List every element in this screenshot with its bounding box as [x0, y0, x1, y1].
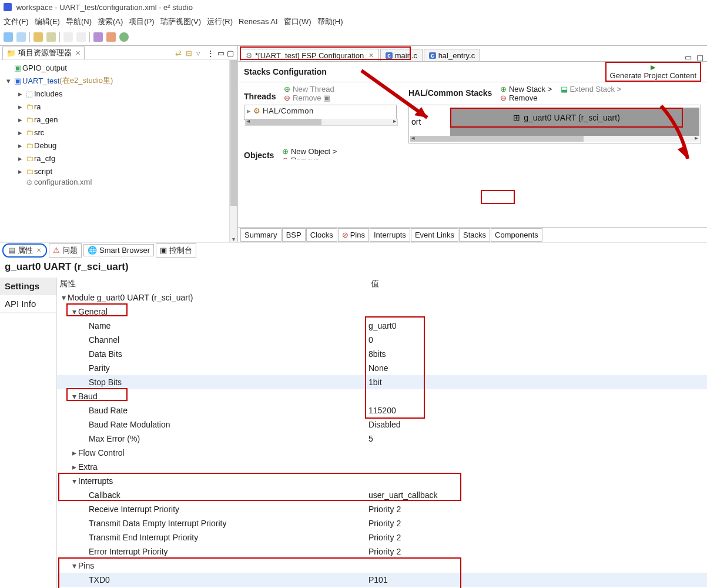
view-menu-icon[interactable]: ⋮	[207, 49, 215, 57]
tree-item-script[interactable]: ▸🗀script	[0, 165, 237, 178]
menu-6[interactable]: 运行(R)	[207, 17, 233, 26]
menu-8[interactable]: 窗口(W)	[284, 17, 311, 26]
view-tab-1[interactable]: ⚠问题	[49, 243, 82, 258]
prop-value[interactable]: None	[368, 363, 707, 373]
twisty-icon[interactable]: ▸	[15, 141, 25, 150]
twisty-icon[interactable]: ▸	[15, 89, 25, 98]
maximize-icon[interactable]: ▢	[227, 49, 235, 57]
link-editor-icon[interactable]: ⇄	[175, 49, 183, 57]
prop-row-stop-bits[interactable]: Stop Bits1bit	[57, 375, 707, 389]
prop-row-transmit-end-interrupt-priority[interactable]: Transmit End Interrupt PriorityPriority …	[57, 530, 707, 544]
twisty-icon[interactable]: ▸	[15, 128, 25, 137]
prop-row-parity[interactable]: ParityNone	[57, 361, 707, 375]
fsp-tab-interrupts[interactable]: Interrupts	[370, 228, 410, 242]
debug-icon[interactable]	[93, 32, 103, 42]
open-icon[interactable]	[63, 32, 73, 42]
tree-item-src[interactable]: ▸🗀src	[0, 126, 237, 139]
fsp-tab-bsp[interactable]: BSP	[282, 228, 306, 242]
new-thread-button[interactable]: ⊕ New Thread	[284, 85, 334, 93]
remove-object-button[interactable]: ⊖ Remove	[282, 156, 337, 159]
prop-side-tab-settings[interactable]: Settings	[0, 278, 56, 295]
menu-2[interactable]: 导航(N)	[66, 17, 92, 26]
project-tree[interactable]: ▣GPIO_output▾▣UART_test (在e2_studio里)▸⬚I…	[0, 60, 237, 242]
prop-group-baud[interactable]: ▾Baud	[57, 389, 707, 403]
filter-icon[interactable]: ▿	[196, 49, 205, 57]
prop-row-transmit-data-empty-interrupt-priority[interactable]: Transmit Data Empty Interrupt PriorityPr…	[57, 516, 707, 530]
prop-value[interactable]: user_uart_callback	[368, 490, 707, 500]
menu-4[interactable]: 项目(P)	[129, 17, 154, 26]
editor-tab-0[interactable]: ⚙*[UART_test] FSP Configuration✕	[240, 49, 379, 62]
prop-value[interactable]: 1bit	[368, 377, 707, 387]
tree-item-ra-cfg[interactable]: ▸🗀ra_cfg	[0, 152, 237, 165]
menu-0[interactable]: 文件(F)	[4, 17, 29, 26]
view-tab-2[interactable]: 🌐Smart Browser	[83, 244, 154, 256]
save-icon[interactable]	[4, 32, 13, 42]
hammer-icon[interactable]	[46, 32, 56, 42]
prop-value[interactable]: 115200	[368, 406, 707, 415]
prop-value[interactable]: Priority 2	[368, 505, 707, 514]
prop-value[interactable]: Disabled	[368, 420, 707, 429]
twisty-icon[interactable]: ▾	[70, 392, 78, 401]
remove-thread-button[interactable]: ⊖ Remove ▣	[284, 93, 334, 102]
fsp-tab-event-links[interactable]: Event Links	[411, 228, 458, 242]
vertical-scrollbar[interactable]: ▾	[229, 60, 237, 242]
thread-hal-common[interactable]: HAL/Common	[263, 106, 314, 115]
prop-row-error-interrupt-priority[interactable]: Error Interrupt PriorityPriority 2	[57, 544, 707, 559]
twisty-icon[interactable]: ▾	[59, 293, 68, 302]
prop-group-flow-control[interactable]: ▸Flow Control	[57, 446, 707, 460]
menu-9[interactable]: 帮助(H)	[317, 17, 343, 26]
editor-maximize-icon[interactable]: ▢	[696, 53, 705, 61]
properties-grid[interactable]: 属性 值 ▾Module g_uart0 UART (r_sci_uart)▾G…	[57, 278, 707, 588]
close-icon[interactable]: ✕	[36, 247, 41, 253]
view-tab-3[interactable]: ▣控制台	[156, 243, 196, 258]
prop-row-channel[interactable]: Channel0	[57, 333, 707, 347]
prop-row-name[interactable]: Nameg_uart0	[57, 319, 707, 333]
prop-row-receive-interrupt-priority[interactable]: Receive Interrupt PriorityPriority 2	[57, 502, 707, 516]
twisty-icon[interactable]: ▾	[70, 561, 78, 570]
horizontal-scrollbar[interactable]: ▸ ◂	[410, 136, 699, 142]
prop-value[interactable]: 8bits	[368, 349, 707, 359]
new-icon[interactable]	[76, 32, 86, 42]
prop-group-general[interactable]: ▾General	[57, 305, 707, 319]
twisty-icon[interactable]: ▾	[70, 307, 78, 316]
fsp-tab-summary[interactable]: Summary	[240, 228, 282, 242]
collapse-all-icon[interactable]: ⊟	[186, 49, 194, 57]
menu-1[interactable]: 编辑(E)	[35, 17, 60, 26]
save-all-icon[interactable]	[16, 32, 26, 42]
tree-item-includes[interactable]: ▸⬚Includes	[0, 87, 237, 100]
build-icon[interactable]	[33, 32, 43, 42]
threads-list[interactable]: ▸⚙ HAL/Common	[244, 105, 397, 120]
prop-row-callback[interactable]: Callbackuser_uart_callback	[57, 488, 707, 502]
remove-stack-button[interactable]: ⊖ Remove	[500, 93, 621, 102]
prop-row-data-bits[interactable]: Data Bits8bits	[57, 347, 707, 361]
twisty-icon[interactable]: ▾	[4, 76, 13, 85]
prop-group-extra[interactable]: ▸Extra	[57, 460, 707, 474]
prop-row-baud-rate[interactable]: Baud Rate115200	[57, 403, 707, 417]
menu-7[interactable]: Renesas AI	[239, 17, 278, 26]
close-icon[interactable]: ✕	[75, 49, 81, 57]
twisty-icon[interactable]: ▾	[70, 476, 78, 486]
new-object-button[interactable]: ⊕ New Object >	[282, 147, 337, 156]
prop-value[interactable]: 0	[368, 335, 707, 345]
prop-value[interactable]: Priority 2	[368, 547, 707, 556]
generate-project-content-button[interactable]: ▶ Generate Project Content	[605, 62, 701, 82]
tree-item-debug[interactable]: ▸🗀Debug	[0, 139, 237, 152]
editor-minimize-icon[interactable]: ▭	[685, 53, 693, 61]
prop-value[interactable]: Priority 2	[368, 519, 707, 528]
run-circle-icon[interactable]	[119, 32, 129, 42]
prop-group-module-g-uart0-uart--r-sci-uart-[interactable]: ▾Module g_uart0 UART (r_sci_uart)	[57, 290, 707, 305]
twisty-icon[interactable]: ▸	[15, 115, 25, 124]
menu-5[interactable]: 瑞萨视图(V)	[160, 17, 201, 26]
view-tab-0[interactable]: ▤属性✕	[2, 243, 47, 258]
extend-stack-button[interactable]: ⬓ Extend Stack >	[561, 85, 621, 93]
fsp-tab-components[interactable]: Components	[491, 228, 542, 242]
prop-row-txd0[interactable]: TXD0P101	[57, 573, 707, 587]
twisty-icon[interactable]: ▸	[15, 102, 25, 111]
new-stack-button[interactable]: ⊕ New Stack >	[500, 85, 552, 93]
tree-item-ra[interactable]: ▸🗀ra	[0, 100, 237, 113]
prop-value[interactable]: P101	[368, 575, 707, 584]
fsp-tab-clocks[interactable]: Clocks	[306, 228, 337, 242]
fsp-tab-stacks[interactable]: Stacks	[459, 228, 490, 242]
prop-value[interactable]: g_uart0	[368, 321, 707, 330]
prop-value[interactable]: Priority 2	[368, 533, 707, 542]
